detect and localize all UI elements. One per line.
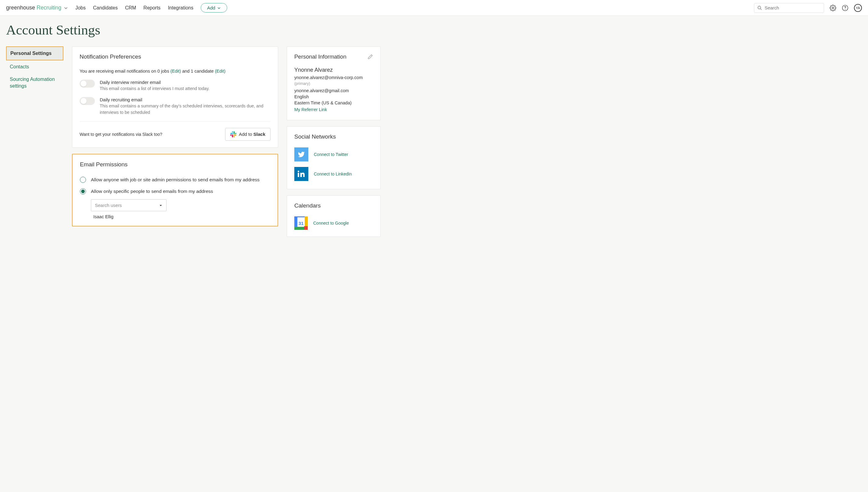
toggle-row-daily-recruiting: Daily recruiting email This email contai… — [80, 97, 270, 115]
nav-reports[interactable]: Reports — [143, 5, 160, 11]
connect-linkedin-link[interactable]: Connect to LinkedIn — [314, 172, 352, 176]
slack-icon — [230, 131, 236, 137]
slack-prompt: Want to get your notifications via Slack… — [80, 132, 162, 137]
pencil-icon[interactable] — [368, 54, 373, 59]
google-calendar-row: 31 Connect to Google — [294, 216, 373, 230]
sidebar-item-sourcing-automation[interactable]: Sourcing Automation settings — [6, 73, 63, 92]
gear-icon[interactable] — [830, 5, 836, 11]
toggle-desc: This email contains a summary of the day… — [100, 103, 270, 115]
notif-title: Notification Preferences — [80, 53, 270, 60]
sidebar-item-contacts[interactable]: Contacts — [6, 60, 63, 73]
edit-jobs-link[interactable]: (Edit) — [170, 69, 181, 74]
main-column: Notification Preferences You are receivi… — [72, 46, 278, 226]
notif-line-prefix: You are receiving email notifications on… — [80, 69, 170, 74]
nav-right: YA — [754, 3, 862, 13]
nav-links: Jobs Candidates CRM Reports Integrations — [75, 5, 193, 11]
email-perm-title: Email Permissions — [80, 161, 270, 168]
right-column: Personal Information Ynonne Alvarez ynon… — [287, 46, 380, 237]
nav-integrations[interactable]: Integrations — [168, 5, 193, 11]
avatar[interactable]: YA — [854, 4, 862, 12]
selected-user: Isaac Ellig — [93, 214, 270, 219]
personal-info-card: Personal Information Ynonne Alvarez ynon… — [287, 46, 380, 120]
help-icon[interactable] — [842, 5, 848, 11]
radio-icon — [80, 188, 86, 194]
email-permissions-card: Email Permissions Allow anyone with job … — [72, 154, 278, 226]
logo-word-right: Recruiting — [36, 5, 61, 11]
search-icon — [757, 5, 762, 11]
timezone: Eastern Time (US & Canada) — [294, 100, 373, 105]
sidebar: Personal Settings Contacts Sourcing Auto… — [6, 46, 63, 92]
radio-allow-specific[interactable]: Allow only specific people to send email… — [80, 188, 270, 195]
chevron-down-icon — [217, 6, 221, 10]
toggle-title: Daily recruiting email — [100, 97, 270, 102]
chevron-down-icon[interactable] — [64, 6, 68, 10]
radio-icon — [80, 177, 86, 183]
search-box[interactable] — [754, 3, 824, 13]
search-input[interactable] — [765, 5, 821, 10]
sidebar-item-personal-settings[interactable]: Personal Settings — [6, 46, 63, 60]
calendars-card: Calendars 31 Connect to Google — [287, 195, 380, 237]
page: Account Settings Personal Settings Conta… — [0, 16, 868, 249]
caret-down-icon — [159, 203, 162, 207]
calendars-title: Calendars — [294, 202, 373, 209]
notification-preferences-card: Notification Preferences You are receivi… — [72, 46, 278, 148]
social-title: Social Networks — [294, 133, 373, 140]
google-calendar-icon: 31 — [294, 216, 308, 230]
connect-twitter-link[interactable]: Connect to Twitter — [314, 152, 348, 157]
radio-allow-anyone[interactable]: Allow anyone with job or site admin perm… — [80, 176, 270, 183]
edit-candidates-link[interactable]: (Edit) — [215, 69, 226, 74]
personal-info-title: Personal Information — [294, 53, 346, 60]
toggle-daily-recruiting[interactable] — [80, 97, 95, 105]
language: English — [294, 94, 373, 99]
nav-jobs[interactable]: Jobs — [75, 5, 86, 11]
nav-crm[interactable]: CRM — [125, 5, 136, 11]
logo-word-left: greenhouse — [6, 5, 35, 11]
logo[interactable]: greenhouse Recruiting — [6, 5, 68, 11]
toggle-title: Daily interview reminder email — [100, 80, 210, 85]
linkedin-icon — [294, 167, 308, 181]
referrer-link[interactable]: My Referrer Link — [294, 107, 373, 112]
top-nav: greenhouse Recruiting Jobs Candidates CR… — [0, 0, 868, 16]
email-secondary: ynonne.alvarez@gmail.com — [294, 88, 373, 93]
social-networks-card: Social Networks Connect to Twitter Conne… — [287, 126, 380, 189]
nav-candidates[interactable]: Candidates — [93, 5, 118, 11]
twitter-row: Connect to Twitter — [294, 147, 373, 162]
svg-point-1 — [832, 7, 834, 9]
add-button-label: Add — [207, 5, 215, 10]
email-primary: ynonne.alvarez@omniva-corp.com — [294, 75, 373, 80]
toggle-desc: This email contains a list of interviews… — [100, 85, 210, 92]
primary-tag: (primary) — [294, 81, 373, 86]
linkedin-row: Connect to LinkedIn — [294, 167, 373, 181]
slack-btn-label: Add to Slack — [239, 131, 265, 137]
search-users-select[interactable]: Search users — [91, 199, 166, 211]
notif-summary: You are receiving email notifications on… — [80, 69, 270, 74]
connect-google-link[interactable]: Connect to Google — [313, 221, 349, 225]
select-placeholder: Search users — [95, 203, 122, 208]
toggle-daily-interview[interactable] — [80, 80, 95, 88]
add-to-slack-button[interactable]: Add to Slack — [225, 128, 270, 141]
twitter-icon — [294, 147, 308, 162]
radio-label: Allow only specific people to send email… — [91, 188, 213, 195]
slack-row: Want to get your notifications via Slack… — [80, 121, 270, 141]
radio-label: Allow anyone with job or site admin perm… — [91, 176, 260, 183]
svg-point-0 — [758, 6, 761, 9]
toggle-row-daily-interview: Daily interview reminder email This emai… — [80, 80, 270, 92]
add-button[interactable]: Add — [201, 3, 227, 13]
svg-point-3 — [845, 9, 845, 9]
toggle-text: Daily interview reminder email This emai… — [100, 80, 210, 92]
user-name: Ynonne Alvarez — [294, 67, 373, 73]
toggle-text: Daily recruiting email This email contai… — [100, 97, 270, 115]
page-title: Account Settings — [6, 22, 862, 38]
notif-line-mid: and 1 candidate — [181, 69, 215, 74]
